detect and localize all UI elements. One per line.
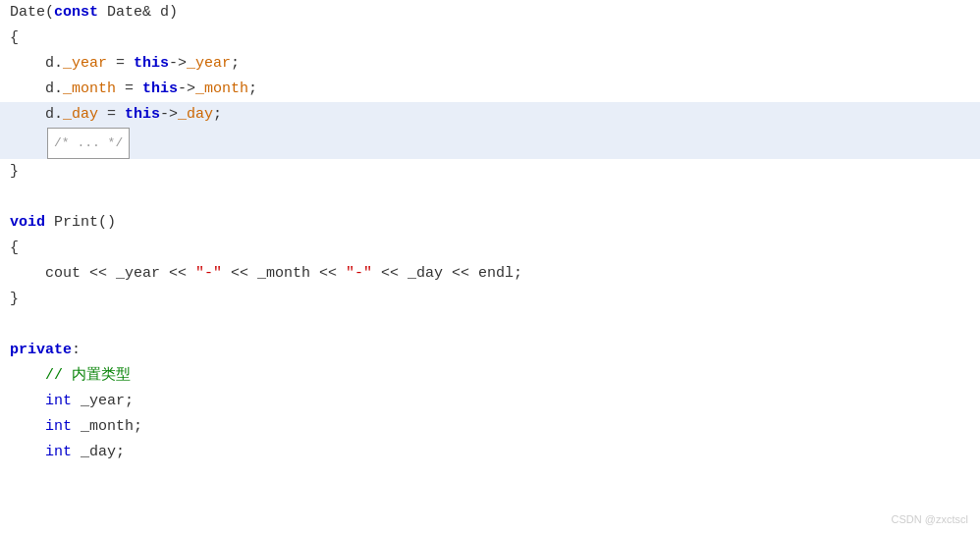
code-line-11: cout << _year << "-" << _month << "-" <<… bbox=[0, 261, 980, 287]
code-line-12: } bbox=[0, 287, 980, 312]
arrow1: -> bbox=[169, 51, 187, 77]
indent4 bbox=[10, 131, 45, 156]
colon: : bbox=[72, 338, 81, 363]
space2: Print() bbox=[45, 210, 116, 236]
indent: d. bbox=[10, 51, 63, 77]
code-line-16: int _year; bbox=[0, 389, 980, 414]
code-line-15: // 内置类型 bbox=[0, 363, 980, 389]
semicolon1: ; bbox=[231, 51, 240, 77]
var-year: _year; bbox=[72, 389, 134, 414]
assign2: = bbox=[116, 77, 142, 102]
semicolon3: ; bbox=[213, 102, 222, 128]
code-line-2: { bbox=[0, 26, 980, 51]
brace-close1: } bbox=[10, 159, 19, 185]
var-month: _month; bbox=[72, 414, 142, 440]
string-dash1: "-" bbox=[195, 261, 222, 287]
var-day: _day; bbox=[72, 440, 125, 465]
indent7 bbox=[10, 414, 45, 440]
watermark: CSDN @zxctscl bbox=[892, 513, 968, 525]
code-line-14: private: bbox=[0, 338, 980, 363]
member-day2: _day bbox=[178, 102, 213, 128]
code-line-9: void Print() bbox=[0, 210, 980, 236]
semicolon2: ; bbox=[248, 77, 257, 102]
indent6 bbox=[10, 389, 45, 414]
code-line-3: d._year = this->_year; bbox=[0, 51, 980, 77]
indent5: cout << _year << bbox=[10, 261, 195, 287]
arrow2: -> bbox=[178, 77, 195, 102]
function-name: Date( bbox=[10, 0, 54, 26]
space4: << _day << endl; bbox=[372, 261, 522, 287]
keyword-private: private bbox=[10, 338, 72, 363]
member-month2: _month bbox=[195, 77, 248, 102]
keyword-this2: this bbox=[142, 77, 178, 102]
member-month: _month bbox=[63, 77, 116, 102]
code-line-7: } bbox=[0, 159, 980, 185]
keyword-this3: this bbox=[125, 102, 160, 128]
space3: << _month << bbox=[222, 261, 346, 287]
keyword-int2: int bbox=[45, 414, 72, 440]
member-year2: _year bbox=[187, 51, 231, 77]
code-line-1: Date(const Date& d) bbox=[0, 0, 980, 26]
tooltip-comment: /* ... */ bbox=[47, 128, 130, 159]
keyword-const: const bbox=[54, 0, 98, 26]
code-line-6: /* ... */ bbox=[0, 128, 980, 159]
code-line-4: d._month = this->_month; bbox=[0, 77, 980, 102]
type-date: Date bbox=[107, 0, 142, 26]
member-year: _year bbox=[63, 51, 107, 77]
code-line-17: int _month; bbox=[0, 414, 980, 440]
code-line-13 bbox=[0, 312, 980, 338]
string-dash2: "-" bbox=[346, 261, 372, 287]
indent8 bbox=[10, 440, 45, 465]
brace-open2: { bbox=[10, 236, 19, 261]
member-day: _day bbox=[63, 102, 98, 128]
arrow3: -> bbox=[160, 102, 178, 128]
space bbox=[98, 0, 107, 26]
indent3: d. bbox=[10, 102, 63, 128]
code-line-18: int _day; bbox=[0, 440, 980, 465]
code-container: Date(const Date& d) { d._year = this->_y… bbox=[0, 0, 980, 533]
brace-open: { bbox=[10, 26, 19, 51]
code-line-10: { bbox=[0, 236, 980, 261]
indent2: d. bbox=[10, 77, 63, 102]
keyword-void: void bbox=[10, 210, 45, 236]
comment-text: /* ... */ bbox=[54, 135, 123, 150]
assign: = bbox=[107, 51, 134, 77]
assign3: = bbox=[98, 102, 125, 128]
keyword-int3: int bbox=[45, 440, 72, 465]
amp: & d) bbox=[142, 0, 178, 26]
comment-chinese: // 内置类型 bbox=[10, 363, 131, 389]
keyword-int1: int bbox=[45, 389, 72, 414]
code-line-8 bbox=[0, 185, 980, 210]
code-line-5: d._day = this->_day; bbox=[0, 102, 980, 128]
keyword-this1: this bbox=[134, 51, 169, 77]
brace-close2: } bbox=[10, 287, 19, 312]
